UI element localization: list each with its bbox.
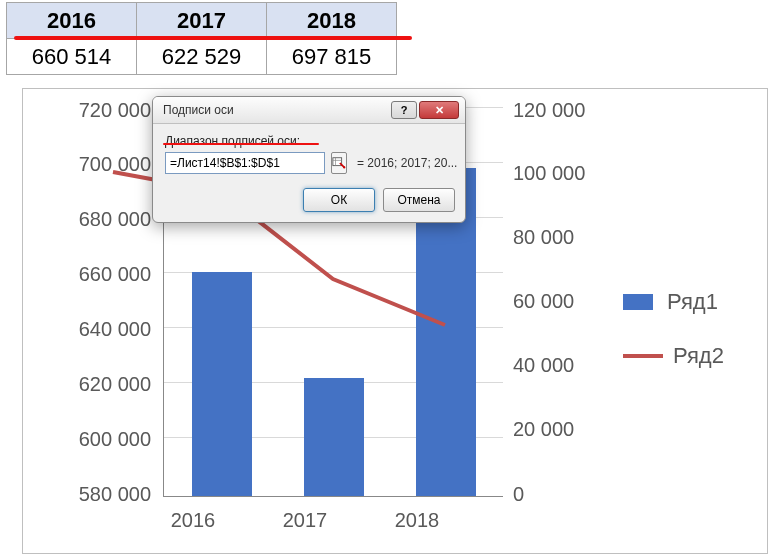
close-button[interactable]: ✕ [419,101,459,119]
y-right-tick: 0 [513,483,603,506]
data-cell[interactable]: 697 815 [267,39,397,75]
annotation-underline [14,36,412,40]
legend-item-series1[interactable]: Ряд1 [623,289,724,315]
cancel-button[interactable]: Отмена [383,188,455,212]
y-left-tick: 640 000 [41,318,151,341]
ok-button[interactable]: ОК [303,188,375,212]
axis-range-input[interactable] [165,152,325,174]
y-left-tick: 580 000 [41,483,151,506]
y-right-tick: 120 000 [513,99,603,122]
x-tick: 2017 [265,509,345,532]
legend-label: Ряд1 [667,289,718,315]
data-cell[interactable]: 622 529 [137,39,267,75]
header-cell[interactable]: 2018 [267,3,397,39]
y-left-tick: 680 000 [41,208,151,231]
legend: Ряд1 Ряд2 [623,289,724,397]
annotation-underline [163,143,319,145]
y-left-tick: 620 000 [41,373,151,396]
axis-labels-dialog[interactable]: Подписи оси ? ✕ Диапазон подписей оси: =… [152,96,466,223]
y-left-tick: 660 000 [41,263,151,286]
y-left-tick: 600 000 [41,428,151,451]
y-right-tick: 60 000 [513,290,603,313]
range-preview: = 2016; 2017; 20... [357,156,457,170]
header-cell[interactable]: 2016 [7,3,137,39]
data-cell[interactable]: 660 514 [7,39,137,75]
range-picker-button[interactable] [331,152,347,174]
range-selector-icon [332,156,346,170]
y-right-tick: 100 000 [513,162,603,185]
y-right-tick: 20 000 [513,418,603,441]
y-right-tick: 80 000 [513,226,603,249]
dialog-title: Подписи оси [163,103,391,117]
legend-item-series2[interactable]: Ряд2 [623,343,724,369]
y-left-tick: 700 000 [41,153,151,176]
legend-label: Ряд2 [673,343,724,369]
range-field-label: Диапазон подписей оси: [165,134,453,148]
header-cell[interactable]: 2017 [137,3,267,39]
svg-point-1 [343,166,345,168]
x-tick: 2016 [153,509,233,532]
x-tick: 2018 [377,509,457,532]
legend-swatch-bar [623,294,653,310]
legend-swatch-line [623,354,663,358]
help-button[interactable]: ? [391,101,417,119]
y-left-tick: 720 000 [41,99,151,122]
dialog-titlebar[interactable]: Подписи оси ? ✕ [153,97,465,124]
y-right-tick: 40 000 [513,354,603,377]
